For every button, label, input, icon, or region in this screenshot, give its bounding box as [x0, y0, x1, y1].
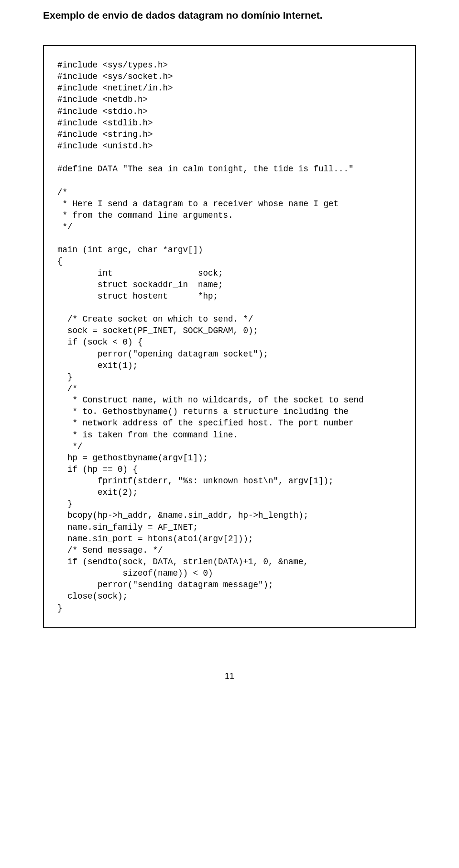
page-number: 11 [43, 671, 416, 681]
document-page: Exemplo de envio de dados datagram no do… [0, 0, 459, 701]
code-listing-box: #include <sys/types.h> #include <sys/soc… [43, 45, 416, 628]
page-title: Exemplo de envio de dados datagram no do… [43, 10, 416, 21]
code-listing: #include <sys/types.h> #include <sys/soc… [57, 59, 402, 614]
